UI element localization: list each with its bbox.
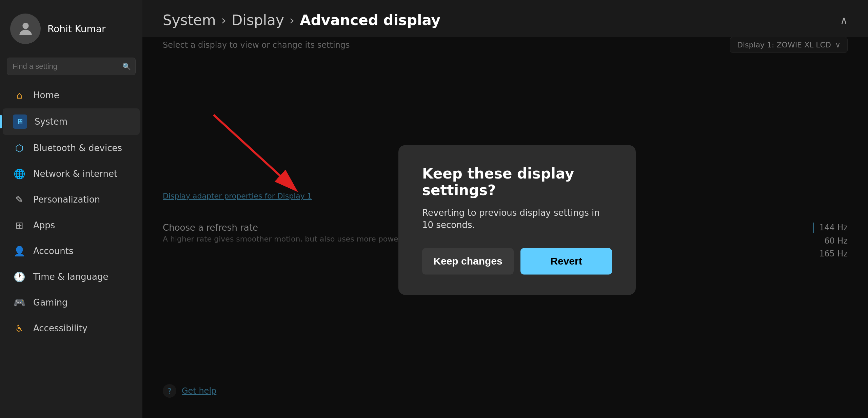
time-icon: 🕐 bbox=[13, 270, 26, 283]
sidebar-item-label: Time & language bbox=[33, 272, 108, 282]
sidebar-item-personalization[interactable]: ✎ Personalization bbox=[3, 187, 140, 212]
dialog-body: Reverting to previous display settings i… bbox=[422, 207, 612, 231]
bluetooth-icon: ⬡ bbox=[13, 142, 26, 154]
sidebar-item-accessibility[interactable]: ♿ Accessibility bbox=[3, 316, 140, 341]
sidebar-item-label: Accounts bbox=[33, 246, 74, 256]
sidebar-item-label: Bluetooth & devices bbox=[33, 143, 122, 153]
breadcrumb-display[interactable]: Display bbox=[232, 12, 284, 28]
breadcrumb-advanced: Advanced display bbox=[300, 12, 440, 28]
chevron-up-icon[interactable]: ∧ bbox=[840, 14, 848, 26]
accessibility-icon: ♿ bbox=[13, 322, 26, 335]
breadcrumb-sep-2: › bbox=[290, 13, 294, 27]
search-input[interactable] bbox=[7, 58, 136, 75]
sidebar-item-label: Gaming bbox=[33, 297, 68, 308]
sidebar-item-label: Accessibility bbox=[33, 323, 87, 333]
dialog-title: Keep these display settings? bbox=[422, 165, 612, 198]
sidebar-item-time[interactable]: 🕐 Time & language bbox=[3, 264, 140, 289]
sidebar-item-gaming[interactable]: 🎮 Gaming bbox=[3, 290, 140, 315]
breadcrumb: System › Display › Advanced display bbox=[163, 12, 440, 28]
search-icon: 🔍 bbox=[122, 62, 131, 70]
nav-list: ⌂ Home 🖥 System ⬡ Bluetooth & devices 🌐 … bbox=[0, 82, 142, 418]
home-icon: ⌂ bbox=[13, 89, 26, 102]
personalization-icon: ✎ bbox=[13, 193, 26, 206]
breadcrumb-system[interactable]: System bbox=[163, 12, 216, 28]
avatar bbox=[10, 14, 41, 44]
sidebar-item-home[interactable]: ⌂ Home bbox=[3, 83, 140, 108]
search-box: 🔍 bbox=[7, 58, 136, 75]
sidebar-item-apps[interactable]: ⊞ Apps bbox=[3, 213, 140, 238]
gaming-icon: 🎮 bbox=[13, 296, 26, 309]
user-profile: Rohit Kumar bbox=[0, 0, 142, 54]
keep-changes-button[interactable]: Keep changes bbox=[422, 248, 514, 275]
sidebar-item-bluetooth[interactable]: ⬡ Bluetooth & devices bbox=[3, 135, 140, 161]
sidebar-item-network[interactable]: 🌐 Network & internet bbox=[3, 161, 140, 186]
sidebar-item-label: Apps bbox=[33, 220, 55, 230]
user-name: Rohit Kumar bbox=[47, 23, 105, 35]
accounts-icon: 👤 bbox=[13, 245, 26, 257]
breadcrumb-bar: System › Display › Advanced display ∧ bbox=[142, 0, 868, 37]
system-icon: 🖥 bbox=[13, 114, 27, 129]
sidebar-item-label: System bbox=[35, 117, 67, 127]
sidebar-item-system[interactable]: 🖥 System bbox=[3, 108, 140, 135]
svg-point-0 bbox=[22, 23, 28, 29]
sidebar: Rohit Kumar 🔍 ⌂ Home 🖥 System ⬡ Bluetoot… bbox=[0, 0, 142, 418]
sidebar-item-label: Network & internet bbox=[33, 169, 117, 179]
sidebar-item-accounts[interactable]: 👤 Accounts bbox=[3, 238, 140, 264]
content-area: Select a display to view or change its s… bbox=[142, 37, 868, 418]
sidebar-item-label: Personalization bbox=[33, 194, 100, 205]
dialog: Keep these display settings? Reverting t… bbox=[398, 145, 636, 295]
main-content: System › Display › Advanced display ∧ Se… bbox=[142, 0, 868, 418]
network-icon: 🌐 bbox=[13, 167, 26, 180]
revert-button[interactable]: Revert bbox=[520, 248, 612, 275]
apps-icon: ⊞ bbox=[13, 219, 26, 232]
sidebar-item-label: Home bbox=[33, 90, 59, 100]
breadcrumb-sep-1: › bbox=[221, 13, 226, 27]
dialog-buttons: Keep changes Revert bbox=[422, 248, 612, 275]
